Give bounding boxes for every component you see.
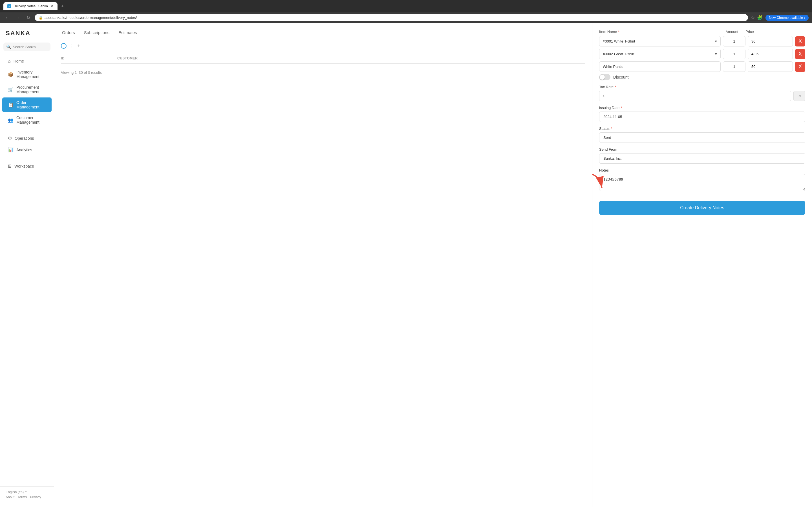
chevron-down-icon-2: ▾ [715,52,717,56]
tabs-bar: Orders Subscriptions Estimates [54,23,592,38]
items-header-amount: Amount [721,30,743,34]
item-amount-1[interactable] [723,36,746,47]
item-amount-2[interactable] [723,49,746,59]
operations-icon: ⚙ [8,135,12,141]
discount-label: Discount [613,75,628,79]
remove-item-2-button[interactable]: X [795,49,805,59]
browser-chrome: S Delivery Notes | Sanka ✕ + [0,0,812,12]
issuing-date-input[interactable] [599,112,805,122]
sidebar-item-label: Workspace [14,164,34,168]
status-label: Status * [599,126,805,131]
extensions-icon[interactable]: 🧩 [757,15,763,20]
right-panel: Item Name * Amount Price #0001 White T-S… [592,23,812,507]
analytics-icon: 📊 [8,147,13,152]
url-text: app.sanka.io/modules/ordermanagement/del… [45,15,137,20]
tab-estimates[interactable]: Estimates [117,27,138,38]
sidebar: SANKA 🔍 ⌂ Home 📦 Inventory Management 🛒 … [0,23,54,507]
item-name-select-1[interactable]: #0001 White T-Shirt ▾ [599,36,721,47]
refresh-button[interactable]: ↻ [25,14,32,21]
item-price-3[interactable] [748,61,793,72]
sidebar-item-label: Analytics [16,148,32,152]
chevron-up-icon: ⌃ [24,490,28,494]
search-input[interactable] [13,45,48,49]
remove-item-3-button[interactable]: X [795,62,805,72]
toggle-knob [600,75,605,80]
new-chrome-badge[interactable]: New Chrome available › [765,15,809,21]
notes-textarea[interactable]: 123456789 [599,174,805,191]
item-amount-3[interactable] [723,61,746,72]
send-from-row: Send From [599,147,805,164]
status-row: Status * [599,126,805,143]
filter-circle[interactable] [61,43,66,49]
item-name-select-2[interactable]: #0002 Great T-shirt ▾ [599,49,721,59]
discount-toggle[interactable] [599,74,610,80]
back-button[interactable]: ← [3,15,11,21]
issuing-date-row: Issuing Date * [599,106,805,122]
status-input[interactable] [599,132,805,143]
forward-button[interactable]: → [14,15,22,21]
item-price-2[interactable] [748,49,793,59]
tax-row: % [599,91,805,101]
required-star-tax: * [615,85,616,89]
required-star: * [618,30,619,34]
main-content: Orders Subscriptions Estimates ⋮ + ID CU… [54,23,592,507]
tax-rate-input[interactable] [599,91,791,101]
add-button[interactable]: + [77,43,80,49]
sidebar-item-label: Procurement Management [16,85,46,94]
table-area: ⋮ + ID CUSTOMER Viewing 1–30 of 0 result… [54,38,592,507]
discount-row: Discount [599,74,805,80]
item-name-text-1: #0001 White T-Shirt [603,39,635,43]
new-tab-button[interactable]: + [61,3,64,9]
about-link[interactable]: About [6,495,14,499]
logo: SANKA [0,27,54,43]
percent-badge: % [794,91,805,101]
sidebar-item-analytics[interactable]: 📊 Analytics [2,144,52,155]
sidebar-item-inventory[interactable]: 📦 Inventory Management [2,67,52,82]
new-chrome-label: New Chrome available [769,16,803,20]
chevron-down-icon-1: ▾ [715,39,717,43]
chevron-right-icon: › [804,16,805,20]
item-price-1[interactable] [748,36,793,47]
tab-subscriptions[interactable]: Subscriptions [83,27,110,38]
item-name-select-3[interactable]: White Pants [599,61,721,72]
item-row-3: White Pants X [599,61,805,72]
sidebar-item-procurement[interactable]: 🛒 Procurement Management [2,82,52,97]
privacy-link[interactable]: Privacy [30,495,41,499]
language-label: English (en) [6,490,24,494]
sidebar-item-order[interactable]: 📋 Order Management [2,98,52,112]
required-star-date: * [620,106,622,110]
create-delivery-notes-button[interactable]: Create Delivery Notes [599,201,805,215]
address-bar[interactable]: 🔒 app.sanka.io/modules/ordermanagement/d… [35,14,748,21]
nav-divider [3,130,50,130]
order-icon: 📋 [8,102,13,108]
terms-link[interactable]: Terms [17,495,27,499]
sidebar-item-label: Inventory Management [16,70,46,79]
sidebar-item-customer[interactable]: 👥 Customer Management [2,113,52,127]
nav-divider-2 [3,158,50,158]
browser-controls: ← → ↻ 🔒 app.sanka.io/modules/ordermanage… [0,12,812,23]
browser-tab[interactable]: S Delivery Notes | Sanka ✕ [3,2,57,10]
search-input-wrap[interactable]: 🔍 [3,43,50,51]
star-icon[interactable]: ☆ [751,15,755,20]
tab-favicon: S [7,4,11,8]
tab-close-button[interactable]: ✕ [50,4,54,8]
remove-item-1-button[interactable]: X [795,36,805,47]
notes-label: Notes [599,168,805,172]
sidebar-item-operations[interactable]: ⚙ Operations [2,133,52,144]
sidebar-item-home[interactable]: ⌂ Home [2,56,52,66]
items-header: Item Name * Amount Price [599,30,805,34]
send-from-input[interactable] [599,153,805,164]
tax-rate-row: Tax Rate * % [599,85,805,101]
items-header-name: Item Name * [599,30,718,34]
issuing-date-label: Issuing Date * [599,106,805,110]
language-selector[interactable]: English (en) ⌃ [6,490,48,494]
workspace-icon: ⊞ [8,163,11,169]
tab-title: Delivery Notes | Sanka [13,4,48,8]
column-customer: CUSTOMER [117,56,202,60]
sidebar-item-label: Home [13,59,24,63]
lock-icon: 🔒 [39,16,43,20]
sidebar-item-workspace[interactable]: ⊞ Workspace [2,161,52,172]
required-star-status: * [611,126,612,131]
more-options-icon[interactable]: ⋮ [69,43,74,49]
tab-orders[interactable]: Orders [61,27,76,38]
